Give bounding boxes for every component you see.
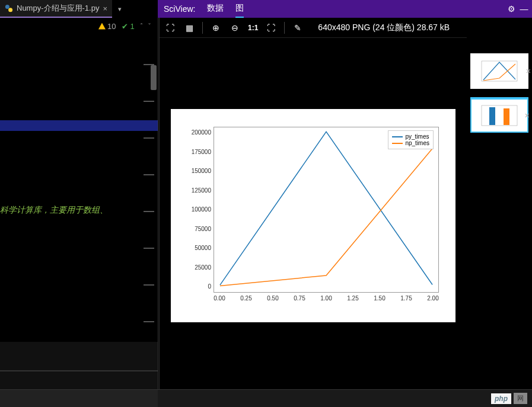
thumbnail-panel: × × xyxy=(467,18,532,389)
toolbar-separator xyxy=(202,22,203,34)
y-tick-label: 100000 xyxy=(176,206,211,213)
selection-bar xyxy=(0,120,158,131)
sciview-bar: SciView: 数据 图 xyxy=(158,0,504,18)
x-tick-label: 0.00 xyxy=(211,295,228,302)
x-tick-label: 2.00 xyxy=(424,295,442,302)
editor-tab-area: Numpy-介绍与应用-1.py × ▾ xyxy=(0,0,158,18)
bottom-left-region xyxy=(0,390,158,407)
window-controls: ⚙ — xyxy=(504,0,532,18)
x-tick-label: 0.75 xyxy=(291,295,308,302)
viewer-panel: ⛶ ▦ ⊕ ⊖ 1:1 ⛶ ✎ 640x480 PNG (24 位颜色) 28.… xyxy=(160,18,467,389)
chart-legend: py_times np_times xyxy=(388,130,434,149)
chart-canvas[interactable]: py_times np_times 0250005000075000100000… xyxy=(171,109,455,322)
svg-rect-3 xyxy=(482,105,517,126)
legend-item-py: py_times xyxy=(392,133,429,140)
bottom-right-region: php 网 xyxy=(158,390,532,407)
y-tick-label: 200000 xyxy=(176,129,211,136)
editor-status-line: 10 ✔ 1 ˆ ˇ xyxy=(0,18,158,34)
sciview-tab-data[interactable]: 数据 xyxy=(207,0,224,18)
y-tick-label: 25000 xyxy=(176,264,211,271)
sciview-tab-plot[interactable]: 图 xyxy=(235,0,244,18)
pass-indicator[interactable]: ✔ 1 xyxy=(122,22,134,31)
thumbnail-close-icon[interactable]: × xyxy=(525,111,530,120)
image-info-text: 640x480 PNG (24 位颜色) 28.67 kB xyxy=(318,23,450,33)
python-file-icon xyxy=(5,4,13,12)
svg-point-1 xyxy=(8,8,12,12)
x-tick-label: 1.00 xyxy=(317,295,335,302)
editor-panel: 10 ✔ 1 ˆ ˇ 科学计算库，主要用于数组、 xyxy=(0,18,158,389)
thumb-bar-icon xyxy=(479,104,520,127)
y-tick-label: 175000 xyxy=(176,149,211,155)
nav-down-icon[interactable]: ˇ xyxy=(148,23,151,30)
x-tick-label: 0.25 xyxy=(237,295,255,302)
php-badge: php xyxy=(491,393,511,404)
plot-area: py_times np_times xyxy=(214,127,439,293)
x-tick-label: 1.25 xyxy=(344,295,362,302)
thumb-line-icon xyxy=(479,59,520,83)
ratio-button[interactable]: 1:1 xyxy=(248,24,258,32)
editor-divider xyxy=(0,370,158,371)
tab-label: Numpy-介绍与应用-1.py xyxy=(17,3,99,14)
top-bar: Numpy-介绍与应用-1.py × ▾ SciView: 数据 图 ⚙ — xyxy=(0,0,532,18)
thumbnail-line-chart[interactable]: × xyxy=(470,53,528,89)
warning-triangle-icon xyxy=(98,23,106,30)
zoom-out-icon[interactable]: ⊖ xyxy=(229,23,241,33)
svg-point-0 xyxy=(5,5,9,9)
code-comment-text: 科学计算库，主要用于数组、 xyxy=(0,205,108,216)
zoom-in-icon[interactable]: ⊕ xyxy=(210,23,222,33)
nav-up-icon[interactable]: ˆ xyxy=(141,23,143,30)
toolbar-separator xyxy=(284,22,285,34)
image-toolbar: ⛶ ▦ ⊕ ⊖ 1:1 ⛶ ✎ 640x480 PNG (24 位颜色) 28.… xyxy=(160,18,467,38)
y-tick-label: 0 xyxy=(176,283,211,290)
y-tick-label: 75000 xyxy=(176,226,211,232)
legend-label: py_times xyxy=(405,133,429,140)
editor-footer-region xyxy=(0,342,158,389)
legend-label: np_times xyxy=(405,140,429,146)
tab-close-icon[interactable]: × xyxy=(103,4,107,13)
x-tick-label: 0.50 xyxy=(264,295,282,302)
minimize-icon[interactable]: — xyxy=(520,4,528,14)
thumbnail-bar-chart[interactable]: × xyxy=(470,97,528,133)
main-area: 10 ✔ 1 ˆ ˇ 科学计算库，主要用于数组、 ⛶ ▦ xyxy=(0,18,532,389)
eyedropper-icon[interactable]: ✎ xyxy=(292,23,304,33)
y-tick-label: 50000 xyxy=(176,245,211,251)
warning-indicator[interactable]: 10 xyxy=(98,22,116,31)
sciview-tabs: 数据 图 xyxy=(207,0,244,18)
plot-svg xyxy=(214,127,438,292)
tab-dropdown-icon[interactable]: ▾ xyxy=(112,5,128,13)
sciview-label: SciView: xyxy=(164,4,195,14)
checkmark-icon: ✔ xyxy=(122,22,128,31)
x-tick-label: 1.75 xyxy=(397,295,415,302)
editor-content[interactable]: 科学计算库，主要用于数组、 xyxy=(0,34,158,389)
chart-container: py_times np_times 0250005000075000100000… xyxy=(160,38,467,389)
y-tick-label: 125000 xyxy=(176,187,211,194)
bottom-bar: php 网 xyxy=(0,389,532,407)
minimap-ticks xyxy=(144,64,154,322)
grid-icon[interactable]: ▦ xyxy=(183,23,195,33)
editor-tab[interactable]: Numpy-介绍与应用-1.py × xyxy=(0,0,112,18)
cn-badge: 网 xyxy=(514,393,527,404)
svg-rect-4 xyxy=(489,107,495,125)
svg-rect-5 xyxy=(504,108,509,125)
y-tick-label: 150000 xyxy=(176,168,211,174)
legend-item-np: np_times xyxy=(392,140,429,146)
fullscreen-icon[interactable]: ⛶ xyxy=(265,23,277,33)
fit-screen-icon[interactable]: ⛶ xyxy=(164,23,176,33)
thumbnail-close-icon[interactable]: × xyxy=(526,66,531,76)
settings-gear-icon[interactable]: ⚙ xyxy=(508,4,515,14)
warning-count: 10 xyxy=(107,22,116,31)
pass-count: 1 xyxy=(130,22,134,31)
x-tick-label: 1.50 xyxy=(371,295,388,302)
